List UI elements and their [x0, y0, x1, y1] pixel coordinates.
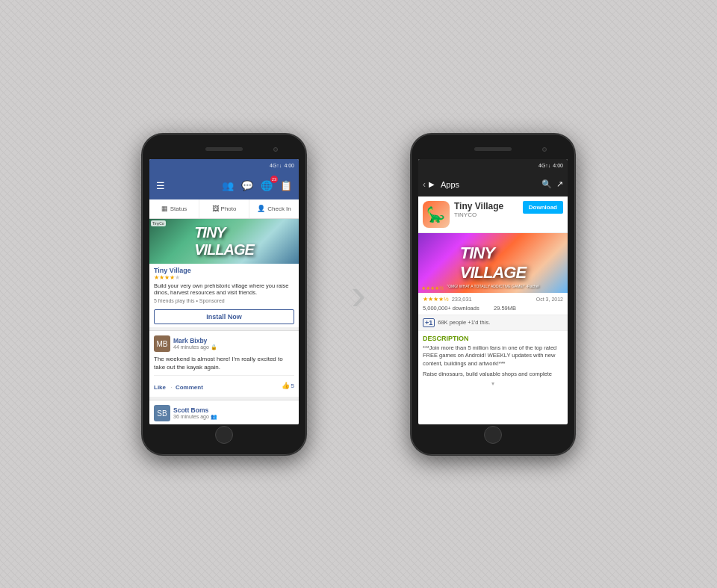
post-2-time: 36 minutes ago 👥	[173, 414, 294, 420]
avatar-2: SB	[154, 405, 170, 421]
camera-right	[542, 147, 547, 152]
plus-one-text: 68K people +1'd this.	[438, 319, 490, 326]
avatar-1: MB	[154, 335, 170, 352]
thumb-icon: 👍	[282, 382, 290, 389]
friends-nav-icon[interactable]: 👥	[220, 179, 236, 193]
post-1-header: MB Mark Bixby 44 minutes ago 🔒	[154, 335, 294, 352]
rating-row: ★★★★½ 233,031 Oct 3, 2012	[423, 296, 563, 303]
checkin-label: Check In	[267, 205, 291, 212]
playstore-logo: ▶	[429, 180, 435, 188]
size-stat: 29.59MB	[494, 305, 563, 312]
screen-left: 4G↑↓ 4:00 ☰ 👥 💬 🌐 23 📋 ▦ Status	[149, 159, 299, 424]
time-left: 4:00	[284, 163, 294, 168]
like-count: 👍 5	[282, 382, 294, 389]
screenshot-stars: ★★★★½	[421, 285, 444, 291]
ad-info: Tiny Village ★★★★★ Build your very own p…	[149, 264, 299, 307]
app-name: Tiny Village	[454, 201, 518, 211]
status-action[interactable]: ▦ Status	[149, 199, 199, 218]
app-stats: ★★★★½ 233,031 Oct 3, 2012 5,000,000+ dow…	[418, 293, 568, 315]
photo-label: Photo	[221, 205, 237, 212]
post-2-meta: Scott Boms 36 minutes ago 👥	[173, 406, 294, 420]
messages-nav-icon[interactable]: 💬	[239, 179, 255, 193]
playstore-navbar: ‹ ▶ Apps 🔍 ↗	[418, 173, 568, 196]
post-2-author[interactable]: Scott Boms	[173, 406, 294, 414]
downloads-stat: 5,000,000+ downloads	[423, 305, 492, 312]
notifications-nav-icon[interactable]: 🌐 23	[258, 179, 275, 193]
status-icon: ▦	[161, 205, 168, 212]
phone-bottom-left	[148, 427, 300, 442]
ad-title: Tiny Village	[154, 267, 294, 274]
post-1-actions: Like · Comment 👍 5	[154, 375, 294, 392]
back-button[interactable]: ‹	[423, 179, 426, 190]
ad-stars: ★★★★★	[154, 274, 294, 281]
time-right: 4:00	[553, 163, 563, 168]
description-text-2: Raise dinosaurs, build valuable shops an…	[423, 371, 563, 379]
app-icon: 🦕	[423, 201, 450, 228]
post-2-visibility-icon: 👥	[211, 414, 217, 419]
post-1-author[interactable]: Mark Bixby	[173, 337, 294, 344]
photo-action[interactable]: 🖼 Photo	[199, 199, 249, 218]
screen-right: 4G↑↓ 4:00 ‹ ▶ Apps 🔍 ↗ 🦕 Tiny Village	[418, 159, 568, 424]
app-screenshots: TINYVILLAGE "OMG! WHAT A TOTALLY ADDICTI…	[418, 233, 568, 293]
stats-grid: 5,000,000+ downloads 29.59MB	[423, 305, 563, 312]
description-text-1: ***Join more than 5 million fans in one …	[423, 344, 563, 368]
app-info: Tiny Village TINYCO	[454, 201, 518, 218]
phone-top-left	[148, 143, 300, 156]
action-divider: ·	[170, 384, 173, 391]
scroll-indicator: ▾	[423, 379, 563, 389]
phone-top-right	[417, 143, 569, 156]
notification-badge: 23	[270, 176, 278, 183]
signal-right: 4G↑↓	[538, 163, 550, 168]
speaker-left	[205, 147, 243, 151]
ad-badge: TinyCo	[151, 220, 166, 226]
ad-image-text: TINYVILLAGE	[194, 224, 254, 259]
facebook-navbar: ☰ 👥 💬 🌐 23 📋	[149, 173, 299, 199]
ad-card: TinyCo TINYVILLAGE Tiny Village ★★★★★ Bu…	[149, 219, 299, 328]
facebook-feed: TinyCo TINYVILLAGE Tiny Village ★★★★★ Bu…	[149, 219, 299, 424]
post-visibility-icon: 🔒	[211, 344, 217, 350]
plus-one-bar: +1 68K people +1'd this.	[418, 315, 568, 331]
search-icon[interactable]: 🔍	[541, 179, 552, 189]
phone-left: 4G↑↓ 4:00 ☰ 👥 💬 🌐 23 📋 ▦ Status	[142, 134, 306, 455]
pages-nav-icon[interactable]: 📋	[278, 179, 294, 193]
speaker-right	[474, 147, 512, 151]
camera-left	[273, 147, 278, 152]
nav-icons: 🔍 ↗	[541, 179, 563, 189]
post-1-meta: Mark Bixby 44 minutes ago 🔒	[173, 337, 294, 350]
post-1-time: 44 minutes ago 🔒	[173, 344, 294, 350]
status-bar-left: 4G↑↓ 4:00	[149, 159, 299, 173]
playstore-screen: 4G↑↓ 4:00 ‹ ▶ Apps 🔍 ↗ 🦕 Tiny Village	[418, 159, 568, 424]
facebook-screen: 4G↑↓ 4:00 ☰ 👥 💬 🌐 23 📋 ▦ Status	[149, 159, 299, 424]
plus-one-icon[interactable]: +1	[423, 318, 435, 327]
status-label: Status	[170, 205, 187, 212]
description-title: DESCRIPTION	[423, 335, 563, 342]
screenshot-game-title: TINYVILLAGE	[460, 244, 526, 282]
post-1: MB Mark Bixby 44 minutes ago 🔒 The weeke…	[149, 330, 299, 397]
like-button[interactable]: Like	[154, 384, 166, 391]
home-button-left[interactable]	[215, 426, 233, 444]
install-button[interactable]: Install Now	[154, 309, 294, 324]
menu-icon[interactable]: ☰	[154, 179, 167, 193]
post-1-text: The weekend is almost here! I'm really e…	[154, 355, 294, 371]
app-header: 🦕 Tiny Village TINYCO Download	[418, 196, 568, 233]
app-developer: TINYCO	[454, 211, 518, 218]
rating-stars: ★★★★½	[423, 296, 449, 303]
home-button-right[interactable]	[484, 426, 502, 444]
share-icon[interactable]: ↗	[556, 179, 563, 189]
ad-friends: 5 friends play this • Sponsored	[154, 298, 294, 303]
status-bar-right: 4G↑↓ 4:00	[418, 159, 568, 173]
phone-right: 4G↑↓ 4:00 ‹ ▶ Apps 🔍 ↗ 🦕 Tiny Village	[411, 134, 575, 455]
description-section: DESCRIPTION ***Join more than 5 million …	[418, 331, 568, 392]
phone-bottom-right	[417, 427, 569, 442]
signal-left: 4G↑↓	[270, 163, 282, 168]
post-1-like-comment: Like · Comment	[154, 379, 203, 392]
date-label: Oct 3, 2012	[536, 297, 563, 302]
facebook-action-bar: ▦ Status 🖼 Photo 👤 Check In	[149, 199, 299, 219]
post-2: SB Scott Boms 36 minutes ago 👥 Looking f…	[149, 400, 299, 424]
download-button[interactable]: Download	[523, 201, 563, 214]
rating-count: 233,031	[452, 296, 472, 303]
checkin-action[interactable]: 👤 Check In	[249, 199, 299, 218]
comment-button[interactable]: Comment	[176, 384, 203, 391]
next-arrow: ›	[351, 268, 366, 320]
arrow-container: ›	[351, 268, 366, 320]
